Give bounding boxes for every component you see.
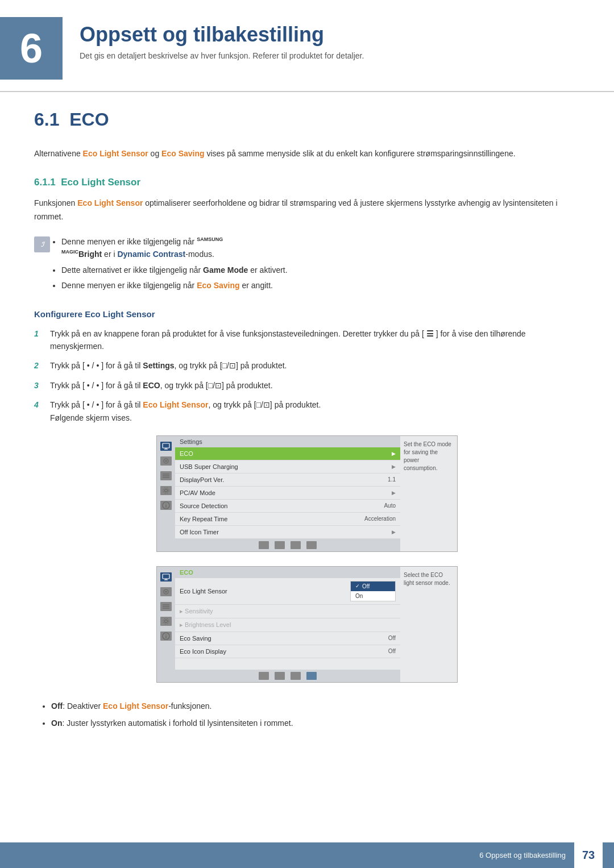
note-item: Dette alternativet er ikke tilgjengelig … <box>61 264 288 276</box>
dropdown-on: On <box>351 591 395 601</box>
svg-text:i: i <box>165 503 167 509</box>
subsection-heading: 6.1.1 Eco Light Sensor <box>34 177 580 188</box>
footer-btn2-left <box>259 672 269 680</box>
step-item: 1 Trykk på en av knappene foran på produ… <box>34 327 580 353</box>
main-content: 6.1 ECO Alternativene Eco Light Sensor o… <box>0 109 614 791</box>
bullet-on: On: Juster lysstyrken automatisk i forho… <box>51 717 580 729</box>
svg-point-22 <box>165 620 168 622</box>
sidebar-icon-info: i <box>160 501 172 510</box>
dropdown-off: ✓ Off <box>351 582 395 591</box>
monitor-sidebar-2: i <box>157 567 175 682</box>
notes-list: Denne menyen er ikke tilgjengelig når SA… <box>59 235 288 295</box>
step-item: 2 Trykk på [ • / • ] for å gå til Settin… <box>34 359 580 372</box>
screenshot-settings: i Settings ECO ▶ USB Super Charging ▶ Di… <box>156 435 458 552</box>
footer-btn-right <box>306 541 317 549</box>
sidebar-icon2-adjust <box>160 587 172 596</box>
menu-row-usb: USB Super Charging ▶ <box>175 460 400 474</box>
monitor-main-2: ECO Eco Light Sensor ✓ Off On <box>175 567 400 682</box>
screenshots-container: i Settings ECO ▶ USB Super Charging ▶ Di… <box>34 435 580 683</box>
section-heading: 6.1 ECO <box>34 109 580 136</box>
footer-btn2-up <box>291 672 301 680</box>
svg-point-18 <box>165 591 167 592</box>
step-item: 3 Trykk på [ • / • ] for å gå til ECO, o… <box>34 379 580 392</box>
spacer <box>175 658 400 670</box>
step-item: 4 Trykk på [ • / • ] for å gå til Eco Li… <box>34 398 580 424</box>
configure-heading: Konfigurere Eco Light Sensor <box>34 309 580 319</box>
footer-btn-left <box>259 541 269 549</box>
svg-point-11 <box>163 488 169 493</box>
screenshot1-title: Settings <box>175 436 400 447</box>
menu-row-displayport: DisplayPort Ver. 1.1 <box>175 474 400 487</box>
screenshot-eco: i ECO Eco Light Sensor ✓ Off On <box>156 566 458 683</box>
chapter-number: 6 <box>0 17 63 80</box>
bullets-list: Off: Deaktiver Eco Light Sensor-funksjon… <box>34 700 580 730</box>
footer-btn-up <box>291 541 301 549</box>
submenu-dropdown: ✓ Off On <box>350 581 396 601</box>
note-block: ℐ Denne menyen er ikke tilgjengelig når … <box>34 235 580 295</box>
submenu-eco-saving: Eco Saving Off <box>175 632 400 645</box>
steps-list: 1 Trykk på en av knappene foran på produ… <box>34 327 580 424</box>
sidebar-icon2-settings <box>160 617 172 626</box>
svg-point-10 <box>165 489 168 492</box>
screenshot2-title: ECO <box>175 567 400 578</box>
svg-text:i: i <box>165 634 167 639</box>
sidebar-icon-adjust <box>160 456 172 466</box>
sidebar-icon2-monitor <box>160 572 172 582</box>
monitor-footer <box>175 539 400 551</box>
menu-row-source: Source Detection Auto <box>175 500 400 513</box>
section-intro: Alternativene Eco Light Sensor og Eco Sa… <box>34 147 580 160</box>
monitor-main: Settings ECO ▶ USB Super Charging ▶ Disp… <box>175 436 400 551</box>
screenshot2-right-text: Select the ECO light sensor mode. <box>400 567 457 682</box>
svg-point-6 <box>165 460 167 462</box>
submenu-eco-icon: Eco Icon Display Off <box>175 645 400 658</box>
menu-row-keyrepeat: Key Repeat Time Acceleration <box>175 513 400 526</box>
monitor-sidebar: i <box>157 436 175 551</box>
monitor-footer-2 <box>175 670 400 682</box>
menu-row-eco: ECO ▶ <box>175 447 400 460</box>
note-item: Denne menyen er ikke tilgjengelig når SA… <box>61 235 288 261</box>
page-header: 6 Oppsett og tilbakestilling Det gis en … <box>0 0 614 92</box>
footer-chapter-label: 6 Oppsett og tilbakestilling <box>479 851 566 859</box>
chapter-title: Oppsett og tilbakestilling <box>80 23 364 47</box>
svg-rect-14 <box>163 574 169 579</box>
subsection-body: Funksjonen Eco Light Sensor optimalisere… <box>34 197 580 224</box>
sidebar-icon2-menu <box>160 602 172 611</box>
submenu-eco-light-sensor: Eco Light Sensor ✓ Off On <box>175 578 400 605</box>
svg-point-23 <box>163 618 169 624</box>
note-item: Denne menyen er ikke tilgjengelig når Ec… <box>61 279 288 292</box>
sidebar-icon-menu <box>160 471 172 480</box>
footer-page-number: 73 <box>574 842 603 868</box>
sidebar-icon2-info: i <box>160 632 172 641</box>
svg-rect-2 <box>163 443 169 448</box>
header-text-block: Oppsett og tilbakestilling Det gis en de… <box>80 17 364 60</box>
screenshot1-right-text: Set the ECO mode for saving the power co… <box>400 436 457 551</box>
bullet-off: Off: Deaktiver Eco Light Sensor-funksjon… <box>51 700 580 712</box>
footer-btn2-enter <box>306 672 317 680</box>
submenu-sensitivity: ▸ Sensitivity <box>175 605 400 618</box>
sidebar-icon-settings <box>160 486 172 495</box>
menu-row-pcav: PC/AV Mode ▶ <box>175 487 400 500</box>
submenu-brightness: ▸ Brightness Level <box>175 618 400 632</box>
chapter-subtitle: Det gis en detaljert beskrivelse av hver… <box>80 51 364 60</box>
footer-btn-down <box>275 541 285 549</box>
footer-btn2-down <box>275 672 285 680</box>
page-footer: 6 Oppsett og tilbakestilling 73 <box>0 842 614 868</box>
sidebar-icon-monitor <box>160 442 172 451</box>
note-icon: ℐ <box>34 236 50 252</box>
menu-row-officon: Off Icon Timer ▶ <box>175 526 400 539</box>
